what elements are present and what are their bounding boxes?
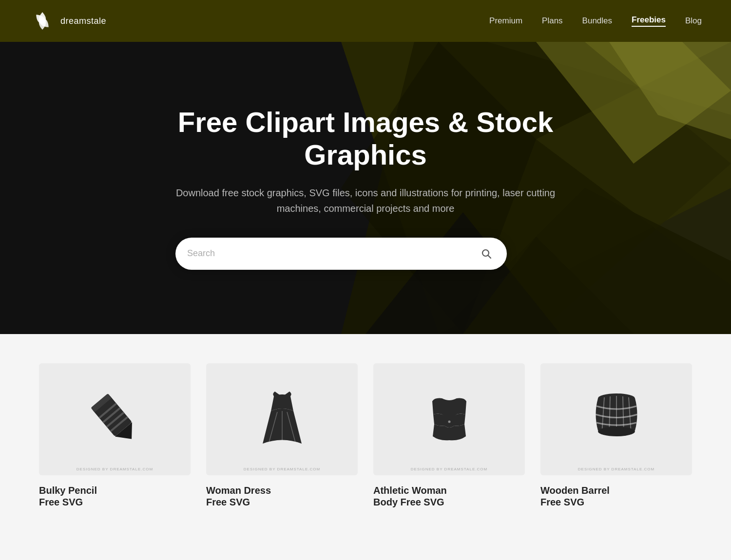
item-watermark-dress: DESIGNED BY DREAMSTALE.COM: [244, 467, 320, 471]
item-sub-dress: Free SVG: [206, 497, 358, 508]
logo-icon: [29, 8, 56, 34]
header: dreamstale Premium Plans Bundles Freebie…: [0, 0, 731, 42]
svg-point-31: [598, 427, 635, 436]
item-sub-body: Body Free SVG: [373, 497, 525, 508]
item-card-body[interactable]: DESIGNED BY DREAMSTALE.COM Athletic Woma…: [373, 363, 525, 508]
logo-link[interactable]: dreamstale: [29, 8, 106, 34]
search-button[interactable]: [478, 245, 495, 262]
svg-line-13: [488, 255, 491, 258]
item-title-body: Athletic Woman: [373, 484, 525, 497]
item-card-barrel[interactable]: DESIGNED BY DREAMSTALE.COM Wooden Barrel…: [540, 363, 692, 508]
svg-point-0: [40, 19, 45, 23]
hero-subtitle: Download free stock graphics, SVG files,…: [175, 185, 556, 216]
dress-icon: [250, 388, 314, 451]
item-sub-pencil: Free SVG: [39, 497, 191, 508]
item-title-pencil: Bulky Pencil: [39, 484, 191, 497]
item-watermark-barrel: DESIGNED BY DREAMSTALE.COM: [578, 467, 654, 471]
hero-title: Free Clipart Images & Stock Graphics: [175, 106, 556, 171]
item-thumb-body: DESIGNED BY DREAMSTALE.COM: [373, 363, 525, 475]
item-thumb-dress: DESIGNED BY DREAMSTALE.COM: [206, 363, 358, 475]
search-icon: [481, 248, 492, 260]
nav-blog[interactable]: Blog: [685, 16, 702, 26]
main-nav: Premium Plans Bundles Freebies Blog: [489, 15, 702, 27]
item-watermark-body: DESIGNED BY DREAMSTALE.COM: [411, 467, 487, 471]
item-card-pencil[interactable]: DESIGNED BY DREAMSTALE.COM Bulky Pencil …: [39, 363, 191, 508]
search-bar: [175, 238, 507, 270]
body-icon: [418, 388, 481, 451]
item-title-barrel: Wooden Barrel: [540, 484, 692, 497]
nav-plans[interactable]: Plans: [542, 16, 563, 26]
svg-point-24: [448, 421, 450, 423]
pencil-icon: [83, 388, 147, 451]
item-title-dress: Woman Dress: [206, 484, 358, 497]
nav-freebies[interactable]: Freebies: [632, 15, 666, 27]
nav-premium[interactable]: Premium: [489, 16, 522, 26]
search-input[interactable]: [187, 248, 478, 259]
item-card-dress[interactable]: DESIGNED BY DREAMSTALE.COM Woman Dress F…: [206, 363, 358, 508]
hero-section: Free Clipart Images & Stock Graphics Dow…: [0, 42, 731, 334]
items-grid: DESIGNED BY DREAMSTALE.COM Bulky Pencil …: [39, 363, 692, 508]
item-thumb-pencil: DESIGNED BY DREAMSTALE.COM: [39, 363, 191, 475]
item-sub-barrel: Free SVG: [540, 497, 692, 508]
item-thumb-barrel: DESIGNED BY DREAMSTALE.COM: [540, 363, 692, 475]
barrel-icon: [585, 388, 648, 451]
nav-bundles[interactable]: Bundles: [582, 16, 612, 26]
items-section: DESIGNED BY DREAMSTALE.COM Bulky Pencil …: [0, 334, 731, 547]
item-watermark-pencil: DESIGNED BY DREAMSTALE.COM: [77, 467, 153, 471]
hero-content: Free Clipart Images & Stock Graphics Dow…: [175, 106, 556, 269]
logo-text: dreamstale: [60, 16, 106, 26]
